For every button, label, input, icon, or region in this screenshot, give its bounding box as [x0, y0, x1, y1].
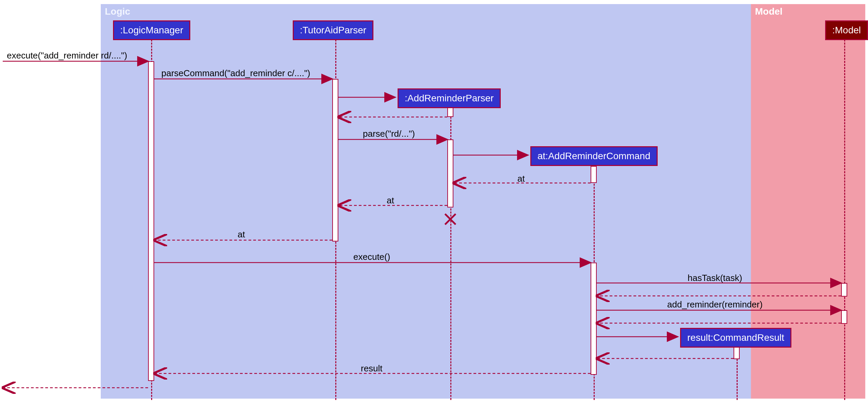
- msg-parse: parse("rd/..."): [363, 129, 415, 139]
- activation-model-hastask: [841, 283, 847, 297]
- msg-addreminder: add_reminder(reminder): [667, 299, 762, 310]
- participant-commandresult: result:CommandResult: [680, 328, 791, 348]
- msg-return-at1: at: [517, 173, 525, 184]
- msg-parsecommand: parseCommand("add_reminder c/...."): [161, 68, 310, 79]
- participant-logicmanager: :LogicManager: [113, 20, 190, 40]
- activation-arp-parse: [447, 139, 453, 207]
- activation-model-addrem: [841, 310, 847, 324]
- activation-arc-exec: [591, 263, 597, 375]
- msg-return-at2: at: [387, 195, 394, 206]
- logic-frame: Logic: [101, 4, 751, 399]
- logic-frame-label: Logic: [101, 5, 136, 18]
- activation-logicmanager: [148, 61, 154, 381]
- activation-commandresult: [734, 347, 740, 359]
- activation-tutoraidparser: [332, 79, 338, 241]
- msg-execute: execute(): [353, 252, 390, 262]
- participant-addremindercommand: at:AddReminderCommand: [530, 146, 658, 166]
- participant-model: :Model: [825, 20, 868, 40]
- msg-hastask: hasTask(task): [688, 273, 742, 283]
- activation-arp-create: [447, 107, 453, 117]
- msg-execute-in: execute("add_reminder rd/...."): [7, 50, 127, 61]
- msg-return-result: result: [361, 363, 383, 374]
- model-frame-label: Model: [752, 5, 789, 18]
- lifeline-model: [844, 39, 845, 400]
- participant-tutoraidparser: :TutorAidParser: [293, 20, 373, 40]
- activation-arc-create: [591, 166, 597, 183]
- participant-addreminderparser: :AddReminderParser: [398, 88, 501, 108]
- msg-return-at3: at: [238, 229, 245, 240]
